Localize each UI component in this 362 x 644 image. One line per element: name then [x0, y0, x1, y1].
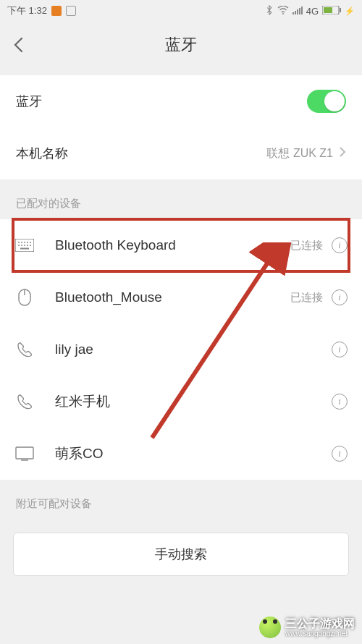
- device-row-keyboard[interactable]: Bluetooth Keyboard 已连接 i: [0, 219, 362, 271]
- bluetooth-label: 蓝牙: [16, 93, 307, 110]
- page-title: 蓝牙: [26, 34, 336, 56]
- svg-point-18: [27, 245, 28, 246]
- display-icon: [14, 446, 35, 462]
- notification-icon-2: [66, 6, 76, 16]
- info-icon[interactable]: i: [332, 237, 348, 253]
- device-name: Bluetooth Keyboard: [55, 237, 290, 253]
- charging-icon: ⚡: [345, 7, 355, 16]
- device-name-row[interactable]: 本机名称 联想 ZUK Z1: [0, 127, 362, 179]
- svg-rect-23: [16, 447, 33, 459]
- svg-point-0: [282, 13, 284, 14]
- network-type: 4G: [306, 6, 319, 17]
- chevron-right-icon: [339, 146, 346, 161]
- device-name: 红米手机: [55, 392, 332, 411]
- back-button[interactable]: [13, 38, 26, 51]
- svg-rect-8: [340, 8, 341, 12]
- svg-rect-2: [295, 11, 296, 14]
- svg-point-15: [18, 245, 20, 246]
- search-button-label: 手动搜索: [155, 546, 207, 563]
- phone-icon: [14, 342, 35, 357]
- device-status: 已连接: [290, 291, 323, 305]
- svg-point-12: [24, 242, 25, 243]
- phone-icon: [14, 394, 35, 410]
- bluetooth-status-icon: [265, 5, 274, 17]
- bluetooth-toggle-row[interactable]: 蓝牙: [0, 75, 362, 127]
- nearby-section-header: 附近可配对设备: [0, 480, 362, 520]
- bluetooth-toggle[interactable]: [307, 90, 346, 113]
- status-bar: 下午 1:32 4G ⚡: [0, 0, 362, 22]
- svg-point-11: [21, 242, 22, 243]
- svg-point-19: [30, 245, 31, 246]
- info-icon[interactable]: i: [332, 289, 348, 305]
- svg-rect-1: [292, 12, 294, 14]
- svg-rect-7: [324, 7, 332, 13]
- info-icon[interactable]: i: [332, 446, 348, 462]
- svg-point-16: [21, 245, 22, 246]
- svg-point-13: [27, 242, 28, 243]
- device-row-phone-2[interactable]: 红米手机 i: [0, 376, 362, 428]
- status-time: 下午 1:32: [7, 4, 47, 17]
- keyboard-icon: [14, 237, 35, 253]
- device-name: lily jae: [55, 342, 332, 357]
- svg-point-17: [24, 245, 25, 246]
- watermark: 三公子游戏网 www.sangongzi.net: [259, 617, 355, 638]
- watermark-url: www.sangongzi.net: [285, 630, 355, 637]
- svg-rect-3: [297, 9, 298, 14]
- device-row-display[interactable]: 萌系CO i: [0, 428, 362, 480]
- svg-point-10: [18, 242, 20, 243]
- svg-point-14: [30, 242, 31, 243]
- notification-icon-1: [51, 6, 62, 16]
- device-name-label: 本机名称: [16, 145, 266, 162]
- device-name: 萌系CO: [55, 444, 332, 463]
- svg-rect-4: [299, 8, 300, 14]
- info-icon[interactable]: i: [332, 394, 348, 410]
- mouse-icon: [14, 289, 35, 305]
- device-row-mouse[interactable]: Bluetooth_Mouse 已连接 i: [0, 271, 362, 323]
- svg-rect-20: [20, 248, 29, 250]
- svg-rect-5: [301, 7, 303, 14]
- watermark-logo-icon: [259, 617, 281, 638]
- device-name: Bluetooth_Mouse: [55, 289, 290, 305]
- manual-search-button[interactable]: 手动搜索: [13, 533, 349, 576]
- page-header: 蓝牙: [0, 22, 362, 68]
- device-row-phone-1[interactable]: lily jae i: [0, 323, 362, 376]
- signal-icon: [292, 6, 303, 17]
- device-name-value: 联想 ZUK Z1: [266, 146, 333, 161]
- wifi-icon: [277, 6, 289, 17]
- info-icon[interactable]: i: [332, 342, 348, 357]
- watermark-text: 三公子游戏网: [285, 618, 355, 630]
- paired-section-header: 已配对的设备: [0, 179, 362, 219]
- device-status: 已连接: [290, 239, 323, 253]
- battery-icon: [322, 6, 341, 17]
